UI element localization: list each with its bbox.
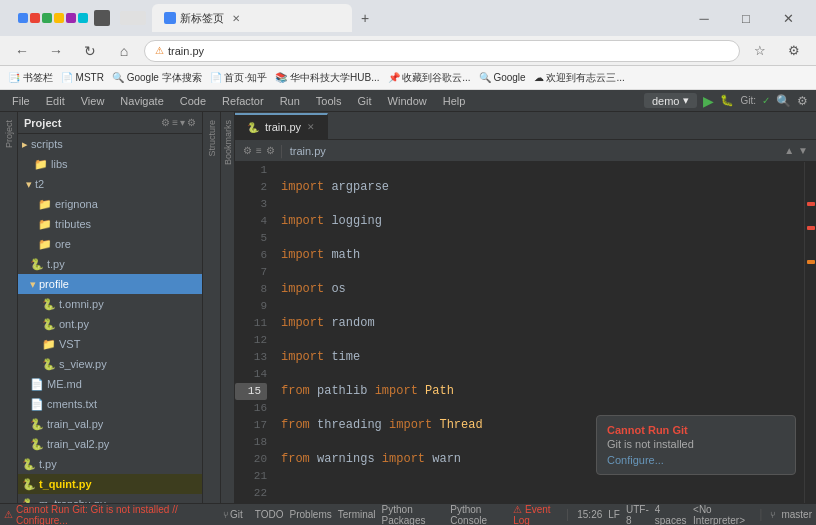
list-item[interactable]: 🐍 m_transhu.py: [18, 494, 202, 503]
menu-code[interactable]: Code: [172, 90, 214, 112]
python-file-icon: 🐍: [42, 298, 56, 311]
menu-run[interactable]: Run: [272, 90, 308, 112]
settings-button[interactable]: ⚙: [797, 94, 808, 108]
tab-close-icon[interactable]: ✕: [307, 122, 315, 132]
menu-file[interactable]: File: [4, 90, 38, 112]
item-label: t2: [35, 178, 44, 190]
gear-icon[interactable]: ⚙: [187, 117, 196, 128]
list-item[interactable]: 📄 cments.txt: [18, 394, 202, 414]
folder-icon: 📁: [38, 218, 52, 231]
maximize-button[interactable]: □: [726, 4, 766, 32]
bookmarks-panel-label: Bookmarks: [222, 116, 234, 169]
problems-tab[interactable]: Problems: [290, 509, 332, 520]
menu-help[interactable]: Help: [435, 90, 474, 112]
terminal-tab[interactable]: Terminal: [338, 509, 376, 520]
settings-icon-small[interactable]: ⚙: [243, 145, 252, 156]
bookmark-google-fonts[interactable]: 🔍 Google 字体搜索: [112, 71, 202, 85]
list-item[interactable]: 📄 ME.md: [18, 374, 202, 394]
list-item[interactable]: 🐍 train_val2.py: [18, 434, 202, 454]
scroll-down-icon[interactable]: ▼: [798, 145, 808, 156]
address-bar-row: ← → ↻ ⌂ ⚠ train.py ☆ ⚙: [0, 36, 816, 66]
list-item[interactable]: 📁 libs: [18, 154, 202, 174]
forward-button[interactable]: →: [42, 37, 70, 65]
item-label: libs: [51, 158, 68, 170]
menu-edit[interactable]: Edit: [38, 90, 73, 112]
browser-tab-bar: 新标签页 ✕ + ─ □ ✕: [0, 0, 816, 36]
home-button[interactable]: ⌂: [110, 37, 138, 65]
sort-icon[interactable]: ≡: [172, 117, 178, 128]
debug-button[interactable]: 🐛: [720, 94, 734, 107]
run-button[interactable]: ▶: [703, 93, 714, 109]
list-item[interactable]: 🐍 s_view.py: [18, 354, 202, 374]
list-item[interactable]: ▾ profile: [18, 274, 202, 294]
back-button[interactable]: ←: [8, 37, 36, 65]
list-item[interactable]: 📁 VST: [18, 334, 202, 354]
ide-status-bar: ⚠ Cannot Run Git: Git is not installed /…: [0, 503, 816, 525]
indent: 4 spaces: [655, 504, 687, 526]
file-tree-header: Project ⚙ ≡ ▾ ⚙: [18, 112, 202, 134]
browser-tabs-container: 新标签页 ✕ + ─ □ ✕: [18, 0, 808, 36]
editor-tab-train[interactable]: 🐍 train.py ✕: [235, 113, 328, 139]
python-packages-tab[interactable]: Python Packages: [382, 504, 445, 526]
address-text: train.py: [168, 45, 204, 57]
collapse-icon[interactable]: ▾: [180, 117, 185, 128]
folder-icon: ▸: [22, 138, 28, 151]
browser-tab-active[interactable]: 新标签页 ✕: [152, 4, 352, 32]
git-status-left[interactable]: ⚠ Cannot Run Git: Git is not installed /…: [4, 504, 209, 526]
bookmark-star[interactable]: ☆: [746, 37, 774, 65]
bookmark-collect[interactable]: 📌 收藏到谷歌云...: [388, 71, 471, 85]
menu-tools[interactable]: Tools: [308, 90, 350, 112]
list-icon[interactable]: ≡: [256, 145, 262, 156]
item-label: t.py: [39, 458, 57, 470]
list-item[interactable]: 🐍 train_val.py: [18, 414, 202, 434]
list-item[interactable]: 📁 tributes: [18, 214, 202, 234]
python-file-icon: 🐍: [30, 418, 44, 431]
address-bar[interactable]: ⚠ train.py: [144, 40, 740, 62]
close-button[interactable]: ✕: [768, 4, 808, 32]
list-item[interactable]: 📁 ore: [18, 234, 202, 254]
git-icon[interactable]: Git:: [740, 95, 756, 106]
list-item[interactable]: 📁 erignona: [18, 194, 202, 214]
run-config-selector[interactable]: demo ▾: [644, 93, 698, 108]
gear2-icon[interactable]: ⚙: [266, 145, 275, 156]
breadcrumb-bar: ⚙ ≡ ⚙ │ train.py ▲ ▼: [235, 140, 816, 162]
git-branch-name: master: [781, 509, 812, 520]
charset: UTF-8: [626, 504, 649, 526]
list-item[interactable]: 🐍 t.py: [18, 454, 202, 474]
search-button[interactable]: 🔍: [776, 94, 791, 108]
configure-link[interactable]: Configure...: [607, 454, 785, 466]
list-item[interactable]: 🐍 t.omni.py: [18, 294, 202, 314]
right-gutter: [804, 162, 816, 503]
extensions-button[interactable]: ⚙: [780, 37, 808, 65]
bookmark-zhihu[interactable]: 📄 首页·知乎: [210, 71, 268, 85]
item-label: train_val.py: [47, 418, 103, 430]
bookmark-hust[interactable]: 📚 华中科技大学HUB...: [275, 71, 379, 85]
menu-git[interactable]: Git: [350, 90, 380, 112]
menu-window[interactable]: Window: [380, 90, 435, 112]
python-file-icon: 🐍: [30, 258, 44, 271]
menu-navigate[interactable]: Navigate: [112, 90, 171, 112]
tab-close-icon[interactable]: ✕: [232, 13, 240, 24]
new-tab-button[interactable]: +: [354, 7, 376, 29]
menu-view[interactable]: View: [73, 90, 113, 112]
bookmark-mstr[interactable]: 📄 MSTR: [61, 72, 104, 83]
bookmark-cloud[interactable]: ☁ 欢迎到有志云三...: [534, 71, 625, 85]
git-tab[interactable]: ⑂ Git: [217, 509, 249, 520]
todo-tab[interactable]: TODO: [255, 509, 284, 520]
folder-icon: 📁: [42, 338, 56, 351]
list-item[interactable]: ▸ scripts: [18, 134, 202, 154]
reload-button[interactable]: ↻: [76, 37, 104, 65]
list-item[interactable]: 🐍 ont.py: [18, 314, 202, 334]
event-log-tab[interactable]: ⚠ Event Log: [513, 504, 559, 526]
list-item[interactable]: 🐍 t_quint.py: [18, 474, 202, 494]
minimize-button[interactable]: ─: [684, 4, 724, 32]
settings-icon[interactable]: ⚙: [161, 117, 170, 128]
ide-menubar: File Edit View Navigate Code Refactor Ru…: [0, 90, 816, 112]
bookmark-google[interactable]: 🔍 Google: [479, 72, 526, 83]
list-item[interactable]: 🐍 t.py: [18, 254, 202, 274]
python-console-tab[interactable]: Python Console: [450, 504, 507, 526]
scroll-up-icon[interactable]: ▲: [784, 145, 794, 156]
menu-refactor[interactable]: Refactor: [214, 90, 272, 112]
list-item[interactable]: ▾ t2: [18, 174, 202, 194]
separator: │: [279, 145, 286, 157]
